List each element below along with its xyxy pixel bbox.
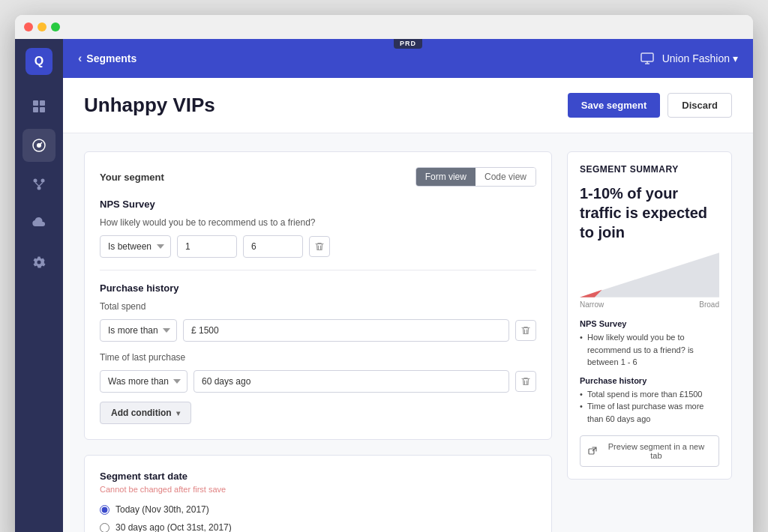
minimize-button[interactable] [38,22,46,31]
close-button[interactable] [24,22,33,31]
add-condition-label: Add condition [111,408,172,418]
page-content: Unhappy VIPs Save segment Discard Your s… [63,78,753,532]
chart-area [580,253,719,297]
total-spend-select[interactable]: Is more than [100,319,177,342]
svg-point-5 [34,179,38,183]
sidebar-item-settings[interactable] [22,246,56,279]
form-view-button[interactable]: Form view [416,168,476,186]
save-segment-button[interactable]: Save segment [568,93,660,118]
narrow-label: Narrow [580,300,604,309]
sidebar-item-segments[interactable] [22,168,56,201]
nps-value-to[interactable] [243,235,303,258]
summary-purchase-bullet2: Time of last purchase was more than 60 d… [580,400,719,425]
radio-30days[interactable] [100,523,110,533]
add-condition-chevron-icon: ▾ [176,409,180,417]
trash-icon-3 [520,376,531,387]
page-header: Unhappy VIPs Save segment Discard [63,78,753,133]
back-button[interactable]: ‹ Segments [78,52,136,65]
start-date-subtitle: Cannot be changed after first save [100,485,536,494]
sidebar-nav [15,90,63,279]
last-purchase-group: Time of last purchase Was more than [100,352,536,393]
nps-title: NPS Survey [100,199,536,210]
sidebar: Q [15,39,63,532]
segment-card: Your segment Form view Code view NPS Sur… [84,151,552,440]
prd-badge: PRD [394,39,422,49]
app-logo[interactable]: Q [26,48,52,75]
nps-value-from[interactable] [177,235,237,258]
right-column: Segment summary 1-10% of your traffic is… [567,151,732,532]
traffic-chart-svg [580,253,719,297]
nps-section: NPS Survey How likely would you be to re… [100,199,536,258]
svg-rect-13 [589,449,594,454]
svg-line-8 [35,183,39,187]
svg-rect-10 [641,53,653,61]
monitor-icon [640,51,655,66]
traffic-chart: Narrow Broad [580,253,719,309]
section-divider [100,270,536,270]
last-purchase-select[interactable]: Was more than [100,370,188,393]
preview-label: Preview segment in a new tab [602,442,711,460]
header-actions: Save segment Discard [568,93,732,118]
last-purchase-row: Was more than [100,370,536,393]
external-link-icon [588,447,597,456]
total-spend-delete-button[interactable] [515,320,536,341]
preview-button[interactable]: Preview segment in a new tab [580,435,719,467]
summary-nps-bullet: How likely would you be to recommend us … [580,331,719,369]
last-purchase-value[interactable] [194,370,509,393]
trash-icon-2 [520,325,531,336]
summary-purchase-title: Purchase history [580,376,719,385]
chart-labels: Narrow Broad [580,300,719,309]
summary-title: Segment summary [580,164,719,175]
svg-rect-2 [33,107,38,112]
radio-option-today: Today (Nov 30th, 2017) [100,504,536,515]
trash-icon [314,241,325,252]
summary-purchase-section: Purchase history Total spend is more tha… [580,376,719,426]
add-condition-button[interactable]: Add condition ▾ [100,402,191,424]
chevron-down-icon: ▾ [733,52,738,64]
traffic-lights [24,22,60,31]
view-toggle: Form view Code view [416,167,536,187]
workspace-label: Union Fashion [662,52,730,64]
main-content: PRD ‹ Segments Union Fashion ▾ [63,39,753,532]
sidebar-item-cloud[interactable] [22,207,56,240]
code-view-button[interactable]: Code view [476,168,536,186]
nps-condition-select[interactable]: Is between [100,235,171,258]
radio-today[interactable] [100,505,110,515]
analytics-icon [32,138,46,153]
sidebar-item-overview[interactable] [22,90,56,123]
radio-30days-label: 30 days ago (Oct 31st, 2017) [116,522,232,532]
top-nav: PRD ‹ Segments Union Fashion ▾ [63,39,753,78]
left-column: Your segment Form view Code view NPS Sur… [84,151,552,532]
fullscreen-button[interactable] [51,22,60,31]
total-spend-label: Total spend [100,301,536,312]
radio-today-label: Today (Nov 30th, 2017) [116,504,209,515]
svg-point-6 [41,179,45,183]
start-date-card: Segment start date Cannot be changed aft… [84,455,552,532]
nps-condition-row: Is between [100,235,536,258]
total-spend-value[interactable] [183,319,509,342]
discard-button[interactable]: Discard [668,93,732,118]
nps-field-desc: How likely would you be to recommend us … [100,217,536,228]
back-label: Segments [86,52,136,64]
summary-purchase-bullet1: Total spend is more than £1500 [580,388,719,401]
sidebar-item-analytics[interactable] [22,129,56,162]
overview-icon [32,99,46,114]
svg-rect-0 [33,100,38,106]
start-date-title: Segment start date [100,471,536,482]
title-bar [15,15,753,39]
broad-label: Broad [699,300,719,309]
nps-delete-button[interactable] [309,236,330,257]
card-header: Your segment Form view Code view [100,167,536,187]
page-title: Unhappy VIPs [84,94,215,117]
segments-icon [32,177,46,192]
svg-point-7 [38,187,41,190]
total-spend-row: Is more than [100,319,536,342]
back-arrow-icon: ‹ [78,52,82,65]
content-area: Your segment Form view Code view NPS Sur… [63,133,753,532]
top-nav-right: Union Fashion ▾ [640,51,738,66]
cloud-icon [32,216,46,231]
workspace-selector[interactable]: Union Fashion ▾ [662,52,738,64]
summary-nps-title: NPS Survey [580,319,719,328]
last-purchase-delete-button[interactable] [515,371,536,392]
summary-card: Segment summary 1-10% of your traffic is… [567,151,732,480]
